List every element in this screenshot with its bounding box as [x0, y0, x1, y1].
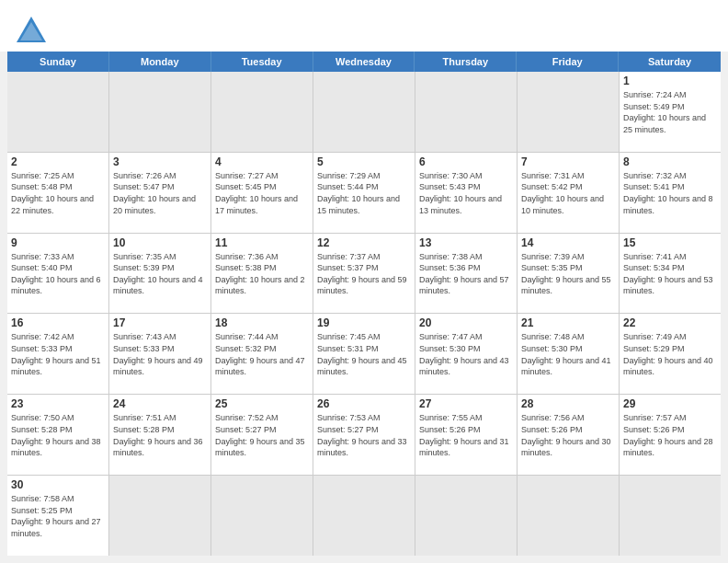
- day-number: 8: [623, 155, 717, 168]
- day-info: Sunrise: 7:44 AM Sunset: 5:32 PM Dayligh…: [215, 331, 309, 377]
- day-info: Sunrise: 7:51 AM Sunset: 5:28 PM Dayligh…: [113, 412, 207, 458]
- table-row: 19Sunrise: 7:45 AM Sunset: 5:31 PM Dayli…: [313, 314, 415, 394]
- day-number: 7: [521, 155, 615, 168]
- day-info: Sunrise: 7:30 AM Sunset: 5:43 PM Dayligh…: [419, 170, 513, 216]
- day-number: 1: [623, 75, 717, 87]
- table-row: 27Sunrise: 7:55 AM Sunset: 5:26 PM Dayli…: [415, 395, 517, 475]
- day-number: 12: [317, 236, 411, 249]
- table-row: 4Sunrise: 7:27 AM Sunset: 5:45 PM Daylig…: [211, 153, 313, 233]
- header-wednesday: Wednesday: [313, 52, 415, 72]
- table-row: 5Sunrise: 7:29 AM Sunset: 5:44 PM Daylig…: [313, 153, 415, 233]
- day-number: 24: [113, 397, 207, 410]
- day-info: Sunrise: 7:27 AM Sunset: 5:45 PM Dayligh…: [215, 170, 309, 216]
- table-row: 20Sunrise: 7:47 AM Sunset: 5:30 PM Dayli…: [415, 314, 517, 394]
- table-row: 6Sunrise: 7:30 AM Sunset: 5:43 PM Daylig…: [415, 153, 517, 233]
- table-row: 2Sunrise: 7:25 AM Sunset: 5:48 PM Daylig…: [7, 153, 108, 233]
- table-row: 23Sunrise: 7:50 AM Sunset: 5:28 PM Dayli…: [7, 395, 108, 475]
- table-row: [415, 476, 517, 556]
- day-info: Sunrise: 7:58 AM Sunset: 5:25 PM Dayligh…: [11, 493, 105, 539]
- day-info: Sunrise: 7:42 AM Sunset: 5:33 PM Dayligh…: [11, 331, 105, 377]
- table-row: 30Sunrise: 7:58 AM Sunset: 5:25 PM Dayli…: [7, 476, 108, 556]
- day-number: 6: [419, 155, 513, 168]
- day-info: Sunrise: 7:56 AM Sunset: 5:26 PM Dayligh…: [521, 412, 615, 458]
- table-row: 13Sunrise: 7:38 AM Sunset: 5:36 PM Dayli…: [415, 234, 517, 314]
- day-number: 2: [11, 155, 105, 168]
- day-info: Sunrise: 7:38 AM Sunset: 5:36 PM Dayligh…: [419, 251, 513, 297]
- day-info: Sunrise: 7:29 AM Sunset: 5:44 PM Dayligh…: [317, 170, 411, 216]
- day-number: 14: [521, 236, 615, 249]
- day-number: 10: [113, 236, 207, 249]
- table-row: 21Sunrise: 7:48 AM Sunset: 5:30 PM Dayli…: [518, 314, 619, 394]
- table-row: 17Sunrise: 7:43 AM Sunset: 5:33 PM Dayli…: [109, 314, 210, 394]
- table-row: 7Sunrise: 7:31 AM Sunset: 5:42 PM Daylig…: [518, 153, 619, 233]
- table-row: 28Sunrise: 7:56 AM Sunset: 5:26 PM Dayli…: [518, 395, 619, 475]
- day-number: 22: [623, 316, 717, 329]
- day-number: 9: [11, 236, 105, 249]
- day-number: 17: [113, 316, 207, 329]
- table-row: 22Sunrise: 7:49 AM Sunset: 5:29 PM Dayli…: [620, 314, 721, 394]
- table-row: [313, 72, 415, 152]
- day-info: Sunrise: 7:35 AM Sunset: 5:39 PM Dayligh…: [113, 251, 207, 297]
- calendar: Sunday Monday Tuesday Wednesday Thursday…: [0, 52, 728, 563]
- table-row: 29Sunrise: 7:57 AM Sunset: 5:26 PM Dayli…: [620, 395, 721, 475]
- table-row: [518, 72, 619, 152]
- day-number: 16: [11, 316, 105, 329]
- header: [0, 0, 728, 52]
- day-info: Sunrise: 7:45 AM Sunset: 5:31 PM Dayligh…: [317, 331, 411, 377]
- day-info: Sunrise: 7:52 AM Sunset: 5:27 PM Dayligh…: [215, 412, 309, 458]
- table-row: 12Sunrise: 7:37 AM Sunset: 5:37 PM Dayli…: [313, 234, 415, 314]
- table-row: [109, 476, 210, 556]
- header-sunday: Sunday: [7, 52, 109, 72]
- day-info: Sunrise: 7:31 AM Sunset: 5:42 PM Dayligh…: [521, 170, 615, 216]
- calendar-header: Sunday Monday Tuesday Wednesday Thursday…: [7, 52, 721, 72]
- table-row: [211, 476, 313, 556]
- table-row: 1Sunrise: 7:24 AM Sunset: 5:49 PM Daylig…: [620, 72, 721, 152]
- day-info: Sunrise: 7:43 AM Sunset: 5:33 PM Dayligh…: [113, 331, 207, 377]
- table-row: [313, 476, 415, 556]
- day-info: Sunrise: 7:36 AM Sunset: 5:38 PM Dayligh…: [215, 251, 309, 297]
- table-row: [7, 72, 108, 152]
- day-info: Sunrise: 7:32 AM Sunset: 5:41 PM Dayligh…: [623, 170, 717, 216]
- day-number: 18: [215, 316, 309, 329]
- table-row: 8Sunrise: 7:32 AM Sunset: 5:41 PM Daylig…: [620, 153, 721, 233]
- table-row: [620, 476, 721, 556]
- day-info: Sunrise: 7:49 AM Sunset: 5:29 PM Dayligh…: [623, 331, 717, 377]
- table-row: 25Sunrise: 7:52 AM Sunset: 5:27 PM Dayli…: [211, 395, 313, 475]
- day-number: 28: [521, 397, 615, 410]
- day-info: Sunrise: 7:33 AM Sunset: 5:40 PM Dayligh…: [11, 251, 105, 297]
- logo-icon: [15, 13, 48, 46]
- day-number: 15: [623, 236, 717, 249]
- day-info: Sunrise: 7:37 AM Sunset: 5:37 PM Dayligh…: [317, 251, 411, 297]
- day-info: Sunrise: 7:26 AM Sunset: 5:47 PM Dayligh…: [113, 170, 207, 216]
- header-thursday: Thursday: [415, 52, 517, 72]
- header-monday: Monday: [109, 52, 211, 72]
- table-row: [415, 72, 517, 152]
- table-row: [109, 72, 210, 152]
- day-info: Sunrise: 7:57 AM Sunset: 5:26 PM Dayligh…: [623, 412, 717, 458]
- day-info: Sunrise: 7:50 AM Sunset: 5:28 PM Dayligh…: [11, 412, 105, 458]
- logo: [15, 13, 48, 46]
- table-row: 9Sunrise: 7:33 AM Sunset: 5:40 PM Daylig…: [7, 234, 108, 314]
- day-info: Sunrise: 7:24 AM Sunset: 5:49 PM Dayligh…: [623, 89, 717, 135]
- day-number: 27: [419, 397, 513, 410]
- table-row: 10Sunrise: 7:35 AM Sunset: 5:39 PM Dayli…: [109, 234, 210, 314]
- day-info: Sunrise: 7:25 AM Sunset: 5:48 PM Dayligh…: [11, 170, 105, 216]
- day-number: 11: [215, 236, 309, 249]
- header-friday: Friday: [517, 52, 619, 72]
- day-info: Sunrise: 7:53 AM Sunset: 5:27 PM Dayligh…: [317, 412, 411, 458]
- day-number: 30: [11, 478, 105, 491]
- day-number: 5: [317, 155, 411, 168]
- day-info: Sunrise: 7:47 AM Sunset: 5:30 PM Dayligh…: [419, 331, 513, 377]
- table-row: 11Sunrise: 7:36 AM Sunset: 5:38 PM Dayli…: [211, 234, 313, 314]
- table-row: 15Sunrise: 7:41 AM Sunset: 5:34 PM Dayli…: [620, 234, 721, 314]
- day-number: 23: [11, 397, 105, 410]
- table-row: 14Sunrise: 7:39 AM Sunset: 5:35 PM Dayli…: [518, 234, 619, 314]
- table-row: 26Sunrise: 7:53 AM Sunset: 5:27 PM Dayli…: [313, 395, 415, 475]
- table-row: 24Sunrise: 7:51 AM Sunset: 5:28 PM Dayli…: [109, 395, 210, 475]
- day-number: 26: [317, 397, 411, 410]
- table-row: [211, 72, 313, 152]
- day-number: 13: [419, 236, 513, 249]
- day-number: 19: [317, 316, 411, 329]
- table-row: 16Sunrise: 7:42 AM Sunset: 5:33 PM Dayli…: [7, 314, 108, 394]
- day-info: Sunrise: 7:41 AM Sunset: 5:34 PM Dayligh…: [623, 251, 717, 297]
